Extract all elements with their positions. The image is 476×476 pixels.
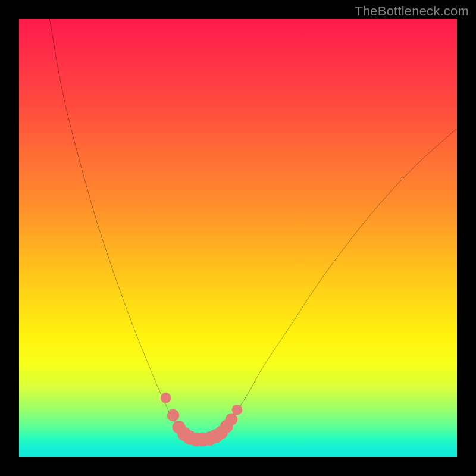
marker-dot bbox=[232, 405, 243, 415]
curve-svg bbox=[19, 19, 457, 457]
marker-dot bbox=[167, 409, 180, 422]
marker-dot bbox=[161, 393, 171, 403]
plot-area bbox=[19, 19, 457, 457]
watermark-label: TheBottleneck.com bbox=[355, 4, 469, 19]
bottleneck-curve-path bbox=[50, 19, 457, 440]
marker-dot bbox=[226, 413, 238, 425]
chart-frame: TheBottleneck.com bbox=[0, 0, 476, 476]
sweet-spot-markers bbox=[161, 393, 243, 447]
